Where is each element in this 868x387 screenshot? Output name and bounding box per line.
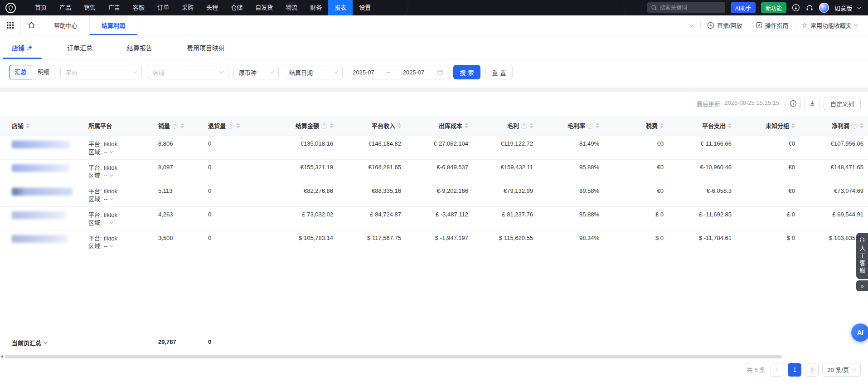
- shop-select[interactable]: 店铺: [147, 65, 228, 79]
- apps-grid-icon[interactable]: [0, 15, 21, 35]
- col-platform-income[interactable]: 平台收入: [333, 116, 401, 136]
- currency-select[interactable]: 原币种: [233, 65, 279, 79]
- col-gross-profit[interactable]: 毛利: [468, 116, 533, 136]
- edition-label[interactable]: 如意版: [834, 4, 852, 12]
- nav-reports[interactable]: 报表: [328, 0, 353, 15]
- cell-gross-margin: 89.58%: [533, 183, 599, 206]
- ai-floating-button[interactable]: AI: [851, 323, 868, 342]
- live-replay-link[interactable]: 直播/回放: [701, 21, 749, 29]
- app-logo-icon[interactable]: [5, 3, 16, 13]
- nav-home[interactable]: 首页: [29, 0, 53, 15]
- sort-icon: [529, 123, 533, 128]
- nav-orders[interactable]: 订单: [151, 0, 175, 15]
- export-download-button[interactable]: [805, 97, 820, 110]
- favorites-link[interactable]: ☆ 常用功能收藏夹: [795, 21, 863, 29]
- total-count: 共 5 条: [747, 365, 765, 374]
- tab-help-center[interactable]: 帮助中心: [42, 15, 89, 35]
- nav-first-leg[interactable]: 头程: [200, 0, 224, 15]
- toggle-summary[interactable]: 汇总: [9, 65, 32, 79]
- collapse-panel-button[interactable]: »: [856, 280, 868, 291]
- date-from[interactable]: 2025-07: [353, 69, 374, 76]
- nav-service[interactable]: 客服: [126, 0, 151, 15]
- nav-logistics[interactable]: 物流: [279, 0, 304, 15]
- info-button[interactable]: [786, 97, 801, 110]
- cell-platform-income: €166,281.65: [333, 159, 401, 183]
- cell-unknown-group: $ 0: [732, 230, 795, 254]
- summary-label[interactable]: 当前页汇总: [12, 338, 47, 347]
- cell-tax: €0: [599, 136, 664, 159]
- col-settlement[interactable]: 结算金额: [256, 116, 333, 136]
- nav-settings[interactable]: 设置: [353, 0, 377, 15]
- customer-service-button[interactable]: 人工客服: [856, 233, 868, 279]
- col-platform-expense[interactable]: 平台支出: [664, 116, 732, 136]
- nav-purchasing[interactable]: 采购: [175, 0, 200, 15]
- date-to[interactable]: 2025-07: [403, 69, 425, 76]
- cell-outbound-cost: £ -3,487.112: [401, 206, 468, 230]
- nav-ads[interactable]: 广告: [102, 0, 126, 15]
- cell-gross-profit: $ 115,620.55: [468, 230, 533, 254]
- help-icon: [172, 122, 178, 129]
- page-size-select[interactable]: 20 条/页: [822, 363, 861, 377]
- platform-select[interactable]: 平台: [60, 65, 142, 79]
- tabs-collapse-chevron-icon[interactable]: [683, 24, 700, 26]
- cell-gross-margin: 95.88%: [533, 206, 599, 230]
- pin-icon[interactable]: [27, 45, 33, 51]
- scrollbar-thumb[interactable]: [5, 355, 782, 358]
- help-icon: [228, 122, 234, 129]
- reset-button[interactable]: 重置: [485, 65, 513, 79]
- region-expand-icon[interactable]: [110, 243, 113, 247]
- cell-platform-expense: €-11,166.66: [664, 136, 732, 159]
- col-sales[interactable]: 销量: [156, 116, 206, 136]
- chevron-down-icon[interactable]: [857, 5, 862, 10]
- operation-guide-link[interactable]: 操作指南: [749, 21, 795, 29]
- cell-returns: 0: [206, 206, 256, 230]
- scroll-left-arrow-icon[interactable]: [0, 355, 3, 358]
- col-shop[interactable]: 店铺: [0, 116, 88, 136]
- col-gross-margin[interactable]: 毛利率: [533, 116, 599, 136]
- region-expand-icon[interactable]: [110, 172, 113, 176]
- cell-outbound-cost: €-6,849.537: [401, 159, 468, 183]
- nav-warehouse[interactable]: 仓储: [224, 0, 249, 15]
- summary-detail-toggle: 汇总 明细: [9, 65, 55, 79]
- subtab-shop[interactable]: 店铺: [7, 43, 37, 59]
- subtab-order-summary[interactable]: 订单汇总: [63, 43, 97, 59]
- nav-self-delivery[interactable]: 自发货: [249, 0, 279, 15]
- table-row: 平台:tiktok 区域:-- 5,113 0 €82,276.86 €88,3…: [0, 183, 868, 206]
- tab-settlement-profit[interactable]: 结算利润: [89, 15, 137, 35]
- nav-finance[interactable]: 财务: [304, 0, 328, 15]
- prev-page-button[interactable]: [771, 363, 784, 377]
- calendar-icon: [437, 69, 443, 75]
- current-page-button[interactable]: 1: [788, 363, 801, 377]
- next-page-button[interactable]: [805, 363, 819, 377]
- download-circle-icon[interactable]: [792, 4, 800, 12]
- col-returns[interactable]: 退货量: [206, 116, 256, 136]
- search-input[interactable]: [660, 5, 722, 11]
- user-avatar[interactable]: [819, 3, 829, 13]
- col-tax[interactable]: 税费: [599, 116, 664, 136]
- search-button[interactable]: 搜索: [453, 65, 480, 79]
- date-range-picker[interactable]: 2025-07 ~ 2025-07: [348, 65, 448, 79]
- col-unknown-group[interactable]: 未知分组: [732, 116, 795, 136]
- nav-products[interactable]: 产品: [53, 0, 78, 15]
- nav-sales[interactable]: 销售: [78, 0, 102, 15]
- cell-settlement: €155,321.19: [256, 159, 333, 183]
- toggle-detail[interactable]: 明细: [32, 65, 55, 79]
- col-net-profit[interactable]: 净利润: [795, 116, 868, 136]
- table-empty-space: [0, 254, 868, 332]
- table-row: 平台:tiktok 区域:-- 3,508 0 $ 105,783.14 $ 1…: [0, 230, 868, 254]
- help-icon: [321, 122, 327, 129]
- cell-returns: 0: [206, 136, 256, 159]
- customize-columns-button[interactable]: 自定义列: [824, 97, 861, 110]
- new-feature-button[interactable]: 新功能: [761, 2, 786, 13]
- subtab-fee-mapping[interactable]: 费用项目映射: [182, 43, 229, 59]
- region-expand-icon[interactable]: [110, 149, 113, 152]
- date-type-select[interactable]: 结算日期: [284, 65, 343, 79]
- subtab-settlement-report[interactable]: 结算报告: [122, 43, 157, 59]
- headset-icon[interactable]: [805, 4, 814, 12]
- region-expand-icon[interactable]: [110, 220, 113, 223]
- global-search[interactable]: [647, 2, 725, 13]
- region-expand-icon[interactable]: [110, 196, 113, 200]
- col-outbound-cost[interactable]: 出库成本: [401, 116, 468, 136]
- ai-assistant-button[interactable]: AI助手: [731, 2, 756, 13]
- home-icon[interactable]: [21, 15, 42, 35]
